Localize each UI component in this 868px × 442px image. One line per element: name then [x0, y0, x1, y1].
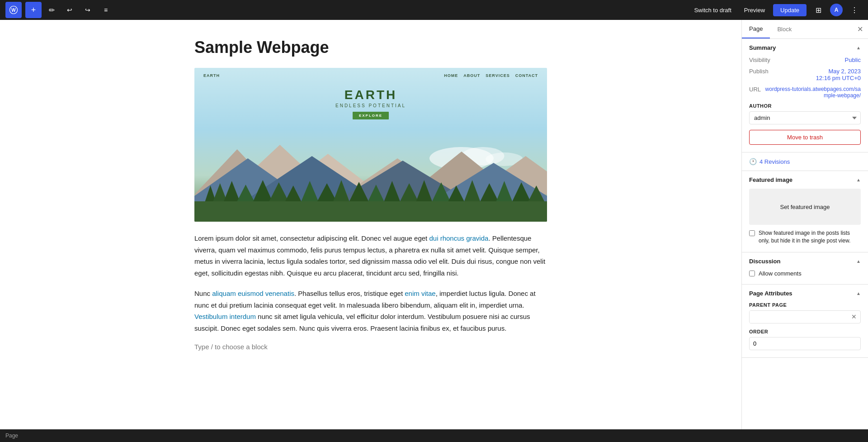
edit-button[interactable]: ✏: [43, 2, 60, 18]
link-dui[interactable]: dui rhoncus gravida: [429, 234, 488, 242]
order-label: ORDER: [749, 329, 861, 334]
publish-row: Publish May 2, 2023 12:16 pm UTC+0: [749, 68, 861, 81]
parent-page-clear-button[interactable]: ✕: [848, 311, 860, 322]
link-aliquam[interactable]: aliquam euismod venenatis: [212, 290, 294, 297]
tab-block[interactable]: Block: [770, 20, 799, 38]
author-select[interactable]: admin: [749, 111, 861, 124]
summary-chevron-icon: ▲: [856, 45, 861, 50]
poster-nav: EARTH HOME ABOUT SERVICES CONTACT: [194, 68, 547, 83]
set-featured-image-button[interactable]: Set featured image: [749, 189, 861, 225]
discussion-chevron-icon: ▲: [856, 259, 861, 264]
page-attributes-header[interactable]: Page Attributes ▲: [742, 285, 868, 302]
section-featured-image: Featured image ▲ Set featured image Show…: [742, 171, 868, 252]
visibility-label: Visibility: [749, 57, 770, 63]
revisions-count: 4 Revisions: [760, 158, 790, 165]
poster-title-area: EARTH ENDLESS POTENTIAL EXPLORE: [335, 83, 406, 222]
user-avatar: A: [835, 7, 839, 13]
edit-icon: ✏: [49, 6, 55, 14]
view-toggle-button[interactable]: ⊞: [810, 2, 826, 18]
featured-image-header[interactable]: Featured image ▲: [742, 171, 868, 189]
tab-page[interactable]: Page: [742, 20, 770, 38]
poster-nav-links: HOME ABOUT SERVICES CONTACT: [444, 73, 538, 78]
nav-about: ABOUT: [463, 73, 480, 78]
earth-poster: EARTH HOME ABOUT SERVICES CONTACT EARTH …: [194, 68, 547, 222]
toolbar-right: Switch to draft Preview Update ⊞ A ⋮: [689, 2, 863, 18]
discussion-header[interactable]: Discussion ▲: [742, 252, 868, 270]
featured-image-body: Set featured image Show featured image i…: [742, 189, 868, 252]
visibility-row: Visibility Public: [749, 57, 861, 63]
page-attributes-title: Page Attributes: [749, 290, 793, 297]
list-view-button[interactable]: ≡: [98, 2, 114, 18]
parent-page-input[interactable]: [750, 311, 848, 323]
url-label: URL: [749, 86, 761, 93]
revisions-row[interactable]: 🕐 4 Revisions: [742, 152, 868, 171]
section-discussion: Discussion ▲ Allow comments: [742, 252, 868, 285]
move-to-trash-button[interactable]: Move to trash: [749, 130, 861, 145]
undo-icon: ↩: [67, 6, 72, 14]
author-section: AUTHOR admin: [749, 103, 861, 124]
sidebar-tabs: Page Block: [742, 20, 799, 38]
url-value[interactable]: wordpress-tutorials.atwebpages.com/sampl…: [764, 86, 861, 99]
block-placeholder[interactable]: Type / to choose a block: [194, 343, 547, 351]
visibility-value[interactable]: Public: [845, 57, 861, 63]
summary-title: Summary: [749, 44, 776, 51]
section-summary: Summary ▲ Visibility Public Publish May …: [742, 39, 868, 152]
paragraph-2[interactable]: Nunc aliquam euismod venenatis. Phasellu…: [194, 288, 547, 334]
allow-comments-label: Allow comments: [759, 270, 802, 277]
allow-comments-checkbox[interactable]: [749, 271, 755, 276]
summary-section-header[interactable]: Summary ▲: [742, 39, 868, 57]
discussion-body: Allow comments: [742, 270, 868, 284]
poster-cta: EXPLORE: [353, 112, 389, 119]
link-vestibulum[interactable]: Vestibulum interdum: [194, 313, 256, 320]
featured-image-block[interactable]: EARTH HOME ABOUT SERVICES CONTACT EARTH …: [194, 68, 547, 222]
order-input[interactable]: [749, 337, 861, 350]
featured-image-checkbox-row: Show featured image in the posts lists o…: [749, 229, 861, 245]
editor-content: Sample Webpage EARTH HOME ABOUT SERVICES…: [194, 38, 547, 351]
page-title[interactable]: Sample Webpage: [194, 38, 547, 57]
nav-services: SERVICES: [486, 73, 509, 78]
featured-image-chevron-icon: ▲: [856, 177, 861, 182]
page-attributes-body: PARENT PAGE ✕ ORDER: [742, 302, 868, 357]
preview-button[interactable]: Preview: [740, 4, 769, 16]
redo-button[interactable]: ↪: [80, 2, 96, 18]
parent-page-label: PARENT PAGE: [749, 302, 861, 308]
sidebar-close-button[interactable]: ✕: [854, 23, 866, 36]
clock-icon: 🕐: [749, 158, 757, 165]
poster-subtitle: ENDLESS POTENTIAL: [335, 103, 406, 108]
parent-page-input-row: ✕: [749, 310, 861, 323]
featured-image-title: Featured image: [749, 176, 793, 183]
link-enim[interactable]: enim vitae: [405, 290, 435, 297]
publish-value[interactable]: May 2, 2023 12:16 pm UTC+0: [816, 68, 861, 81]
discussion-title: Discussion: [749, 258, 780, 265]
status-label: Page: [5, 432, 18, 439]
allow-comments-row: Allow comments: [749, 270, 861, 277]
nav-contact: CONTACT: [515, 73, 538, 78]
plus-icon: +: [31, 5, 36, 15]
sidebar-header: Page Block ✕: [742, 20, 868, 39]
svg-text:W: W: [11, 8, 16, 13]
undo-button[interactable]: ↩: [61, 2, 78, 18]
paragraph-1[interactable]: Lorem ipsum dolor sit amet, consectetur …: [194, 233, 547, 279]
featured-image-checkbox-label: Show featured image in the posts lists o…: [759, 229, 861, 245]
switch-to-draft-button[interactable]: Switch to draft: [689, 4, 736, 16]
poster-main-title: EARTH: [344, 88, 397, 102]
toolbar: W + ✏ ↩ ↪ ≡ Switch to draft Preview Upda…: [0, 0, 868, 20]
add-block-button[interactable]: +: [25, 2, 42, 18]
summary-body: Visibility Public Publish May 2, 2023 12…: [742, 57, 868, 152]
author-label: AUTHOR: [749, 103, 861, 109]
editor-area[interactable]: Sample Webpage EARTH HOME ABOUT SERVICES…: [0, 20, 741, 429]
redo-icon: ↪: [85, 6, 90, 14]
sidebar: Page Block ✕ Summary ▲ Visibility Public…: [741, 20, 868, 429]
list-view-icon: ≡: [104, 6, 108, 14]
update-button[interactable]: Update: [773, 4, 807, 16]
url-row: URL wordpress-tutorials.atwebpages.com/s…: [749, 86, 861, 99]
wp-logo-button[interactable]: W: [5, 2, 22, 18]
featured-image-checkbox[interactable]: [749, 230, 755, 236]
view-toggle-icon: ⊞: [816, 6, 821, 14]
nav-home: HOME: [444, 73, 458, 78]
status-bar: Page: [0, 429, 868, 442]
avatar-button[interactable]: A: [830, 4, 843, 16]
more-options-button[interactable]: ⋮: [846, 2, 863, 18]
main-area: Sample Webpage EARTH HOME ABOUT SERVICES…: [0, 20, 868, 429]
more-icon: ⋮: [851, 6, 858, 14]
